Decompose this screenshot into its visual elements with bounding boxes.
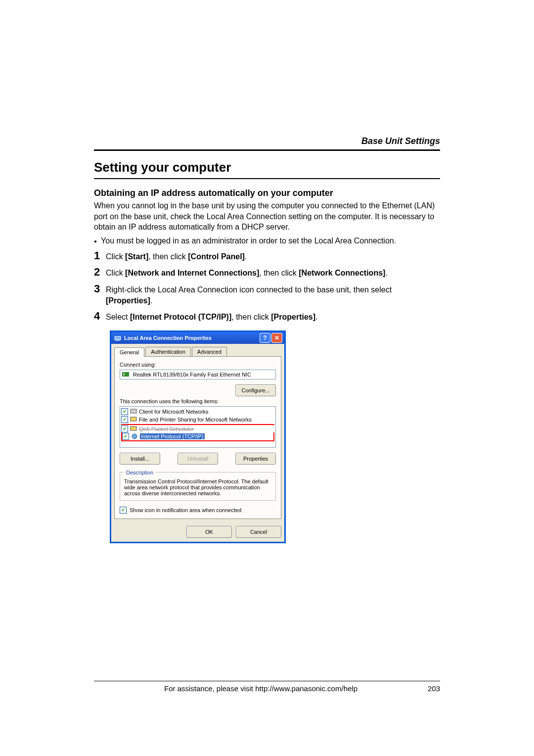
show-icon-label: Show icon in notification area when conn… xyxy=(130,507,241,513)
page-title: Setting your computer xyxy=(94,160,440,175)
step-number-4: 4 xyxy=(94,311,106,322)
list-item[interactable]: ✔ File and Printer Sharing for Microsoft… xyxy=(121,416,274,424)
subsection-heading: Obtaining an IP address automatically on… xyxy=(94,188,440,198)
checkbox-icon[interactable]: ✔ xyxy=(121,408,128,415)
titlebar[interactable]: Local Area Connection Properties ? ✕ xyxy=(111,332,284,344)
step-number-1: 1 xyxy=(94,250,106,261)
description-text: Transmission Control Protocol/Internet P… xyxy=(124,478,268,496)
close-button[interactable]: ✕ xyxy=(271,333,282,343)
dialog-title: Local Area Connection Properties xyxy=(124,335,259,341)
help-button[interactable]: ? xyxy=(260,333,270,343)
tab-advanced[interactable]: Advanced xyxy=(192,347,227,356)
ok-button[interactable]: OK xyxy=(186,526,232,538)
svg-rect-0 xyxy=(115,336,121,340)
description-legend: Description xyxy=(124,470,155,475)
show-icon-checkbox[interactable]: ✔ xyxy=(120,507,127,514)
footer-assist: For assistance, please visit http://www.… xyxy=(164,684,357,693)
svg-rect-4 xyxy=(131,409,136,413)
header-rule xyxy=(94,149,440,151)
list-item-selected[interactable]: ✔ Internet Protocol (TCP/IP) xyxy=(121,432,274,441)
cancel-button[interactable]: Cancel xyxy=(236,526,281,538)
step-3-text: Right-click the Local Area Connection ic… xyxy=(106,284,440,306)
configure-button[interactable]: Configure... xyxy=(235,384,276,396)
step-number-3: 3 xyxy=(94,284,106,294)
properties-dialog: Local Area Connection Properties ? ✕ Gen… xyxy=(110,331,286,543)
svg-rect-3 xyxy=(123,373,125,376)
note-bullet: You must be logged in as an administrato… xyxy=(94,236,440,245)
svg-point-7 xyxy=(132,434,137,439)
step-1-text: Click [Start], then click [Control Panel… xyxy=(106,250,247,262)
nic-text: Realtek RTL8139/810x Family Fast Etherne… xyxy=(133,372,251,378)
components-listbox[interactable]: ✔ Client for Microsoft Networks ✔ File a… xyxy=(120,406,276,448)
step-number-2: 2 xyxy=(94,267,106,278)
svg-rect-6 xyxy=(131,426,136,430)
list-item[interactable]: ✔ Client for Microsoft Networks xyxy=(121,408,274,416)
items-label: This connection uses the following items… xyxy=(120,398,276,404)
checkbox-icon[interactable]: ✔ xyxy=(121,416,128,423)
section-header: Base Unit Settings xyxy=(94,136,440,146)
network-icon xyxy=(114,334,121,341)
tab-authentication[interactable]: Authentication xyxy=(145,347,191,356)
description-group: Description Transmission Control Protoco… xyxy=(120,470,276,501)
client-icon xyxy=(130,409,137,415)
properties-button[interactable]: Properties xyxy=(235,453,276,465)
step-2-text: Click [Network and Internet Connections]… xyxy=(106,267,388,279)
protocol-icon xyxy=(131,433,138,439)
nic-field: Realtek RTL8139/810x Family Fast Etherne… xyxy=(120,370,276,379)
uninstall-button: Uninstall xyxy=(178,453,218,465)
step-4-text: Select [Internet Protocol (TCP/IP)], the… xyxy=(106,311,318,323)
title-rule xyxy=(94,178,440,179)
intro-paragraph: When you cannot log in the base unit by … xyxy=(94,200,440,233)
nic-card-icon xyxy=(122,372,130,378)
service-icon xyxy=(130,417,137,423)
connect-using-label: Connect using: xyxy=(120,362,276,368)
svg-rect-5 xyxy=(131,417,136,421)
checkbox-icon[interactable]: ✔ xyxy=(122,433,129,440)
install-button[interactable]: Install... xyxy=(120,453,160,465)
list-item[interactable]: ✔ QoS Packet Scheduler xyxy=(121,424,274,433)
service-icon xyxy=(130,426,137,432)
checkbox-icon[interactable]: ✔ xyxy=(121,425,128,432)
tab-general[interactable]: General xyxy=(114,347,144,357)
page-number: 203 xyxy=(428,684,440,693)
